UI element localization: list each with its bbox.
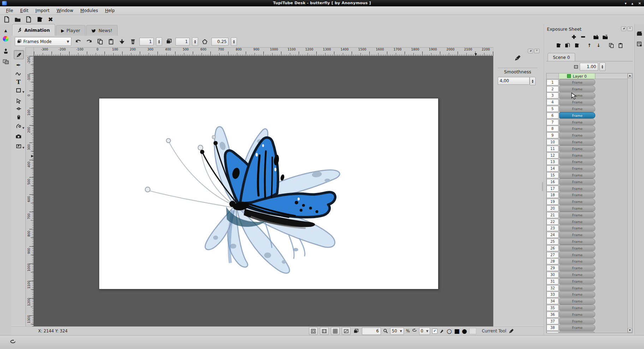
frame-cell[interactable]: Frame <box>559 106 595 112</box>
brush-outline-swatch[interactable]: ○ <box>447 327 452 335</box>
frame-cell[interactable]: Frame <box>559 152 595 158</box>
text-tool-button[interactable]: T <box>14 78 23 86</box>
frame-cell[interactable]: Frame <box>559 318 595 324</box>
node-tool-button[interactable] <box>14 104 23 113</box>
scene-tab[interactable]: Scene 0 <box>548 53 575 61</box>
remove-frame-icon[interactable] <box>573 42 581 48</box>
antialiasing-checkbox[interactable]: ✔ <box>432 329 437 334</box>
frame-cell[interactable]: Frame <box>559 145 595 152</box>
add-scene-icon[interactable] <box>570 34 578 40</box>
frame-cell[interactable]: Frame <box>559 212 595 218</box>
onion-opacity-input[interactable]: 0.25 <box>211 38 228 46</box>
menu-edit[interactable]: Edit <box>17 7 31 14</box>
undock-panel-icon[interactable]: ◢ <box>528 49 533 53</box>
pencil-tool-button[interactable] <box>14 50 24 59</box>
layer-header[interactable]: Layer 0 <box>559 73 595 79</box>
scenes-manager-icon[interactable] <box>636 30 643 37</box>
frames-scrollbar[interactable]: ▲ ▼ <box>627 73 632 333</box>
maximize-button[interactable]: ▴ <box>632 1 633 5</box>
collapse-arrow-icon[interactable]: ▲ <box>2 27 9 34</box>
frame-cell[interactable]: Frame <box>559 311 595 318</box>
film-preview-icon[interactable] <box>320 327 329 335</box>
onion-opacity-stepper[interactable]: ▲▼ <box>231 37 237 46</box>
frame-cell[interactable]: Frame <box>559 252 595 258</box>
canvas[interactable] <box>99 98 439 289</box>
insert-frame-icon[interactable] <box>118 37 126 46</box>
move-frame-down-icon[interactable]: ↓ <box>595 42 603 48</box>
import-project-icon[interactable] <box>36 16 43 23</box>
frame-cell[interactable]: Frame <box>559 272 595 278</box>
move-frame-up-icon[interactable]: ↑ <box>586 42 594 48</box>
frame-cell[interactable]: Frame <box>559 265 595 271</box>
smoothness-stepper[interactable]: ▲▼ <box>530 77 536 85</box>
library-icon[interactable] <box>2 58 9 65</box>
selection-tool-button[interactable] <box>14 97 23 105</box>
undock-panel-icon[interactable]: ◢ <box>621 26 626 31</box>
remove-scene-icon[interactable] <box>579 34 587 40</box>
frame-cell[interactable]: Frame <box>559 172 595 179</box>
project-settings-icon[interactable] <box>636 41 643 47</box>
frame-cell[interactable]: Frame <box>559 218 595 225</box>
frame-cell[interactable]: Frame <box>559 119 595 125</box>
export-tool-button[interactable]: ▼ <box>14 142 23 150</box>
add-frame-icon[interactable] <box>555 42 562 48</box>
color-palette-icon[interactable] <box>2 35 9 42</box>
contour-color-swatch[interactable]: ■ <box>454 327 460 335</box>
frame-cell[interactable]: Frame <box>559 132 595 139</box>
frames-count-stepper[interactable]: ▲▼ <box>156 37 162 46</box>
frame-cell[interactable]: Frame <box>559 86 595 92</box>
redo-icon[interactable] <box>85 37 93 46</box>
tab-player[interactable]: ▶ Player <box>56 25 85 36</box>
frame-cell[interactable]: Frame <box>559 192 595 198</box>
frame-cell[interactable]: Frame <box>559 291 595 298</box>
frames-count-input[interactable]: 1 <box>139 38 154 46</box>
close-panel-icon[interactable]: ✕ <box>534 49 539 53</box>
frame-cell[interactable]: Frame <box>559 139 595 145</box>
panel-splitter[interactable] <box>541 47 544 326</box>
pen-properties-icon[interactable] <box>440 329 445 333</box>
frame-cell[interactable]: Frame <box>559 112 595 119</box>
zoom-select[interactable]: 50 ▼ <box>390 327 404 335</box>
paste-frame-icon[interactable] <box>107 37 115 46</box>
frame-cell[interactable]: Frame <box>559 225 595 231</box>
frame-cell[interactable]: Frame <box>559 331 595 333</box>
copy-frame-icon[interactable] <box>608 42 615 48</box>
title-bar[interactable]: TupiTube Desk - butterfly [ by Anonymous… <box>0 0 644 6</box>
open-project-icon[interactable] <box>14 16 22 23</box>
frame-cell[interactable]: Frame <box>559 92 595 99</box>
menu-file[interactable]: File <box>3 7 16 14</box>
frame-cell[interactable]: Frame <box>559 205 595 212</box>
frame-cell[interactable]: Frame <box>559 99 595 106</box>
copy-frame-icon[interactable] <box>96 37 104 46</box>
onion-layers-icon[interactable] <box>353 329 360 334</box>
onion-prev-stepper[interactable]: ▲▼ <box>192 37 198 46</box>
frame-cell[interactable]: Frame <box>559 245 595 251</box>
minimize-button[interactable]: ▾ <box>625 1 627 5</box>
add-layer-icon[interactable] <box>592 34 600 40</box>
shake-history-icon[interactable] <box>10 339 16 345</box>
delete-frame-icon[interactable] <box>129 37 137 46</box>
tab-news[interactable]: News! <box>86 25 118 36</box>
safe-area-icon[interactable] <box>309 327 318 335</box>
frame-cell[interactable]: Frame <box>559 325 595 331</box>
brush-properties-icon[interactable] <box>2 47 9 54</box>
polyline-tool-button[interactable] <box>14 69 23 78</box>
fill-tool-button[interactable] <box>14 113 23 121</box>
menu-import[interactable]: Import <box>32 7 53 14</box>
remove-layer-icon[interactable] <box>601 34 609 40</box>
close-panel-icon[interactable]: ✕ <box>627 26 633 31</box>
menu-help[interactable]: Help <box>102 7 118 14</box>
new-project-icon[interactable] <box>3 16 11 23</box>
menu-modules[interactable]: Modules <box>77 7 101 14</box>
fill-color-swatch[interactable]: ● <box>462 327 467 335</box>
save-project-icon[interactable] <box>25 16 32 23</box>
frame-cell[interactable]: Frame <box>559 199 595 205</box>
camera-tool-button[interactable] <box>14 132 23 140</box>
workspace[interactable] <box>34 56 493 326</box>
shapes-tool-button[interactable]: ▼ <box>14 86 23 95</box>
layer-opacity-stepper[interactable]: ▲▼ <box>600 62 606 71</box>
layer-opacity-input[interactable]: 1.00 <box>580 63 598 71</box>
frame-cell[interactable]: Frame <box>559 232 595 238</box>
add-frames-icon[interactable] <box>564 42 572 48</box>
frame-cell[interactable]: Frame <box>559 278 595 284</box>
